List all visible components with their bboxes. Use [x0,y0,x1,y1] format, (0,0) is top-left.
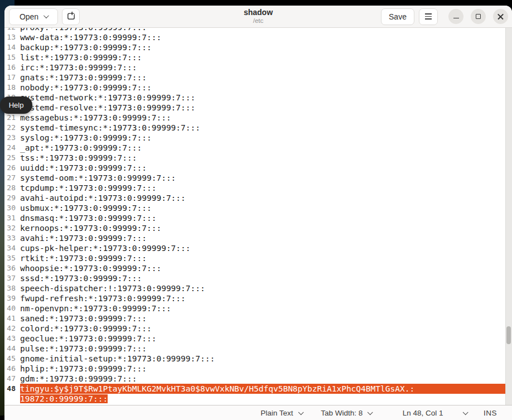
code-row[interactable]: 36whoopsie:*:19773:0:99999:7::: [4,263,512,273]
code-line-text[interactable]: pulse:*:19773:0:99999:7::: [20,344,512,354]
code-line-text[interactable]: fwupd-refresh:*:19773:0:99999:7::: [20,293,512,303]
code-line-text[interactable]: usbmux:*:19773:0:99999:7::: [20,203,512,213]
code-row[interactable]: 32kernoops:*:19773:0:99999:7::: [4,223,512,233]
code-row[interactable]: 35rtkit:*:19773:0:99999:7::: [4,253,512,263]
code-line-text[interactable]: nobody:*:19773:0:99999:7::: [20,83,512,93]
code-line-text[interactable]: gnats:*:19773:0:99999:7::: [20,73,512,83]
code-row[interactable]: 39fwupd-refresh:*:19773:0:99999:7::: [4,293,512,303]
code-row[interactable]: 28tcpdump:*:19773:0:99999:7::: [4,183,512,193]
code-line-text[interactable]: tss:*:19773:0:99999:7::: [20,153,512,163]
code-line-text[interactable]: list:*:19773:0:99999:7::: [20,52,512,62]
code-line-text[interactable]: kernoops:*:19773:0:99999:7::: [20,223,512,233]
line-number: 39 [4,293,18,303]
document-title: shadow [244,8,273,17]
code-row[interactable]: 13www-data:*:19773:0:99999:7::: [4,32,512,42]
code-row[interactable]: 46hplip:*:19773:0:99999:7::: [4,364,512,374]
code-line-text[interactable]: saned:*:19773:0:99999:7::: [20,313,512,324]
code-row[interactable]: 22systemd-timesync:*:19773:0:99999:7::: [4,123,512,133]
code-row[interactable]: 37sssd:*:19773:0:99999:7::: [4,273,512,283]
code-row[interactable]: 34cups-pk-helper:*:19773:0:99999:7::: [4,243,512,253]
code-line-text[interactable]: systemd-timesync:*:19773:0:99999:7::: [20,123,512,133]
code-row[interactable]: 15list:*:19773:0:99999:7::: [4,52,512,62]
minimize-button[interactable] [448,9,463,24]
code-row[interactable]: 45gnome-initial-setup:*:19773:0:99999:7:… [4,354,512,364]
line-number: 29 [4,193,18,203]
code-line-text[interactable]: hplip:*:19773:0:99999:7::: [20,364,512,374]
code-line-text[interactable]: nm-openvpn:*:19773:0:99999:7::: [20,303,512,313]
code-line-text[interactable]: gdm:*:19773:0:99999:7::: [20,374,512,384]
code-row[interactable]: 18nobody:*:19773:0:99999:7::: [4,83,512,93]
code-line-text[interactable]: avahi:*:19773:0:99999:7::: [20,233,512,243]
close-button[interactable] [493,9,508,24]
code-line-text[interactable]: backup:*:19773:0:99999:7::: [20,42,512,52]
scrollbar-track[interactable] [505,28,512,405]
code-row-wrap[interactable]: 19872:0:99999:7::: [4,394,512,404]
code-row[interactable]: 20systemd-resolve:*:19773:0:99999:7::: [4,103,512,113]
main-menu-button[interactable] [419,8,438,25]
save-button[interactable]: Save [381,8,414,25]
code-row[interactable]: 38speech-dispatcher:!:19773:0:99999:7::: [4,283,512,293]
new-document-button[interactable] [62,8,80,25]
code-line-text[interactable]: rtkit:*:19773:0:99999:7::: [20,253,512,263]
tab-width-selector[interactable]: Tab Width: 8 [321,409,371,417]
code-row[interactable]: 23syslog:*:19773:0:99999:7::: [4,133,512,143]
code-line-text[interactable]: proxy:*:19773:0:99999:7::: [20,28,512,32]
line-number: 18 [4,83,18,93]
code-line-text[interactable]: avahi-autoipd:*:19773:0:99999:7::: [20,193,512,203]
code-row[interactable]: 25tss:*:19773:0:99999:7::: [4,153,512,163]
code-row[interactable]: 27systemd-oom:*:19773:0:99999:7::: [4,173,512,183]
code-line-text[interactable]: messagebus:*:19773:0:99999:7::: [20,113,512,123]
code-line-text[interactable]: gnome-initial-setup:*:19773:0:99999:7::: [20,354,512,364]
line-number: 46 [4,364,18,374]
code-row[interactable]: 24_apt:*:19773:0:99999:7::: [4,143,512,153]
code-line-text[interactable]: tcpdump:*:19773:0:99999:7::: [20,183,512,193]
line-number: 37 [4,273,18,283]
code-row[interactable]: 19systemd-network:*:19773:0:99999:7::: [4,93,512,103]
open-button[interactable]: Open [9,8,58,25]
code-row[interactable]: 16irc:*:19773:0:99999:7::: [4,62,512,73]
code-row[interactable]: 33avahi:*:19773:0:99999:7::: [4,233,512,243]
code-row[interactable]: 29avahi-autoipd:*:19773:0:99999:7::: [4,193,512,203]
code-row[interactable]: 21messagebus:*:19773:0:99999:7::: [4,113,512,123]
code-line-text[interactable]: syslog:*:19773:0:99999:7::: [20,133,512,143]
code-row[interactable]: 31dnsmasq:*:19773:0:99999:7::: [4,213,512,223]
code-row[interactable]: 14backup:*:19773:0:99999:7::: [4,42,512,52]
code-line-text[interactable]: sssd:*:19773:0:99999:7::: [20,273,512,283]
code-row[interactable]: 40nm-openvpn:*:19773:0:99999:7::: [4,303,512,313]
code-line-text[interactable]: dnsmasq:*:19773:0:99999:7::: [20,213,512,223]
line-number [4,394,18,404]
scrollbar-thumb[interactable] [506,326,511,344]
code-row[interactable]: 43geoclue:*:19773:0:99999:7::: [4,334,512,344]
code-row[interactable]: 17gnats:*:19773:0:99999:7::: [4,73,512,83]
code-row[interactable]: 42colord:*:19773:0:99999:7::: [4,324,512,334]
code-line-text[interactable]: systemd-resolve:*:19773:0:99999:7::: [20,103,512,113]
code-row[interactable]: 44pulse:*:19773:0:99999:7::: [4,344,512,354]
code-line-text[interactable]: _apt:*:19773:0:99999:7::: [20,143,512,153]
code-line-text[interactable]: www-data:*:19773:0:99999:7::: [20,32,512,42]
code-row[interactable]: 12proxy:*:19773:0:99999:7::: [4,28,512,32]
code-line-text[interactable]: whoopsie:*:19773:0:99999:7::: [20,263,512,273]
insert-mode-indicator: INS [484,409,497,417]
code-row[interactable]: 30usbmux:*:19773:0:99999:7::: [4,203,512,213]
code-row[interactable]: 26uuidd:*:19773:0:99999:7::: [4,163,512,173]
code-line-text[interactable]: tingyu:$y$j9T$Rw1PtayKbMLKG2MvkHT3a0$8vw… [20,384,512,394]
code-line-text[interactable]: uuidd:*:19773:0:99999:7::: [20,163,512,173]
document-path: /etc [244,17,273,25]
chevron-down-icon[interactable] [463,409,468,414]
code-line-text[interactable]: geoclue:*:19773:0:99999:7::: [20,334,512,344]
code-row[interactable]: 47gdm:*:19773:0:99999:7::: [4,374,512,384]
code-row[interactable]: 48tingyu:$y$j9T$Rw1PtayKbMLKG2MvkHT3a0$8… [4,384,512,394]
code-line-text[interactable]: colord:*:19773:0:99999:7::: [20,324,512,334]
editor-text-area[interactable]: 12proxy:*:19773:0:99999:7:::13www-data:*… [4,28,512,405]
language-selector[interactable]: Plain Text [260,409,302,417]
maximize-button[interactable] [471,9,486,24]
code-line-text[interactable]: systemd-network:*:19773:0:99999:7::: [20,93,512,103]
code-row[interactable]: 41saned:*:19773:0:99999:7::: [4,313,512,324]
code-line-text[interactable]: cups-pk-helper:*:19773:0:99999:7::: [20,243,512,253]
code-line-text[interactable]: 19872:0:99999:7::: [20,394,512,404]
cursor-position[interactable]: Ln 48, Col 1 [403,409,443,417]
line-number: 44 [4,344,18,354]
code-line-text[interactable]: systemd-oom:*:19773:0:99999:7::: [20,173,512,183]
code-line-text[interactable]: irc:*:19773:0:99999:7::: [20,62,512,73]
code-line-text[interactable]: speech-dispatcher:!:19773:0:99999:7::: [20,283,512,293]
